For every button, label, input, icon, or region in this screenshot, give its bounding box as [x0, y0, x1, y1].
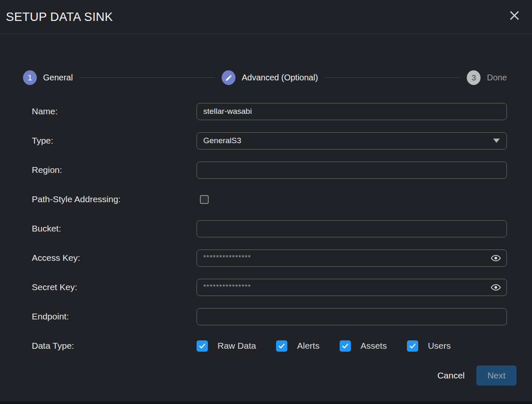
data-type-row: Data Type: Raw Data Alerts: [0, 331, 532, 360]
type-selected-value: GeneralS3: [203, 136, 241, 145]
step-3-number: 3: [471, 73, 476, 82]
stepper: 1 General Advanced (Optional) 3 Done: [23, 70, 507, 85]
step-1-badge: 1: [23, 70, 37, 85]
secret-key-input[interactable]: [197, 279, 507, 296]
secret-key-reveal-eye-icon[interactable]: [490, 282, 501, 293]
data-type-checkbox-group: Raw Data Alerts Assets: [197, 340, 451, 352]
path-style-row: Path-Style Addressing:: [0, 185, 532, 214]
next-button[interactable]: Next: [476, 365, 517, 386]
type-row: Type: GeneralS3: [0, 126, 532, 155]
pencil-icon: [222, 70, 235, 85]
data-sink-form: Name: Type: GeneralS3 Region: Path-Style…: [0, 97, 532, 360]
access-key-row: Access Key:: [0, 243, 532, 273]
chevron-down-icon: [493, 139, 500, 143]
step-3-badge: 3: [467, 70, 481, 85]
region-label: Region:: [32, 165, 197, 175]
access-key-reveal-eye-icon[interactable]: [490, 252, 501, 263]
step-general[interactable]: 1 General: [23, 70, 73, 85]
stepper-connector: [325, 77, 460, 78]
bottom-edge-strip: [0, 401, 532, 404]
cancel-button[interactable]: Cancel: [437, 371, 465, 381]
type-label: Type:: [32, 136, 197, 146]
alerts-checkbox-item[interactable]: Alerts: [276, 340, 320, 352]
setup-data-sink-dialog: SETUP DATA SINK 1 General Advanced (Opti…: [0, 0, 532, 404]
secret-key-row: Secret Key:: [0, 273, 532, 302]
close-icon[interactable]: [507, 8, 522, 23]
raw-data-checkbox-item[interactable]: Raw Data: [197, 340, 256, 352]
step-1-number: 1: [28, 73, 32, 82]
endpoint-row: Endpoint:: [0, 302, 532, 331]
bucket-input[interactable]: [197, 220, 507, 237]
assets-checkbox-label: Assets: [361, 341, 387, 351]
region-input[interactable]: [197, 162, 507, 179]
access-key-label: Access Key:: [32, 253, 197, 263]
assets-checkbox-item[interactable]: Assets: [340, 340, 387, 352]
bucket-label: Bucket:: [32, 224, 197, 234]
users-checkbox[interactable]: [407, 340, 418, 352]
data-type-label: Data Type:: [32, 341, 197, 351]
region-row: Region:: [0, 155, 532, 185]
endpoint-label: Endpoint:: [32, 311, 197, 322]
raw-data-checkbox-label: Raw Data: [217, 341, 256, 351]
step-done: 3 Done: [467, 70, 507, 85]
dialog-footer: Cancel Next: [0, 365, 532, 386]
bucket-row: Bucket:: [0, 214, 532, 243]
secret-key-label: Secret Key:: [32, 282, 197, 292]
users-checkbox-label: Users: [428, 341, 451, 351]
step-advanced[interactable]: Advanced (Optional): [222, 70, 318, 85]
dialog-header: SETUP DATA SINK: [0, 0, 532, 34]
path-style-checkbox[interactable]: [200, 195, 209, 204]
name-input[interactable]: [197, 103, 507, 120]
step-3-label: Done: [487, 73, 507, 82]
stepper-connector: [79, 77, 215, 78]
path-style-label: Path-Style Addressing:: [32, 194, 197, 204]
alerts-checkbox[interactable]: [276, 340, 287, 352]
name-row: Name:: [0, 97, 532, 126]
dialog-title: SETUP DATA SINK: [6, 10, 113, 24]
name-label: Name:: [32, 106, 197, 116]
type-select[interactable]: GeneralS3: [197, 132, 507, 149]
raw-data-checkbox[interactable]: [197, 340, 208, 352]
assets-checkbox[interactable]: [340, 340, 351, 352]
endpoint-input[interactable]: [197, 308, 507, 325]
access-key-input[interactable]: [197, 250, 507, 267]
step-2-label: Advanced (Optional): [242, 73, 318, 82]
users-checkbox-item[interactable]: Users: [407, 340, 451, 352]
alerts-checkbox-label: Alerts: [297, 341, 320, 351]
step-1-label: General: [43, 73, 73, 82]
